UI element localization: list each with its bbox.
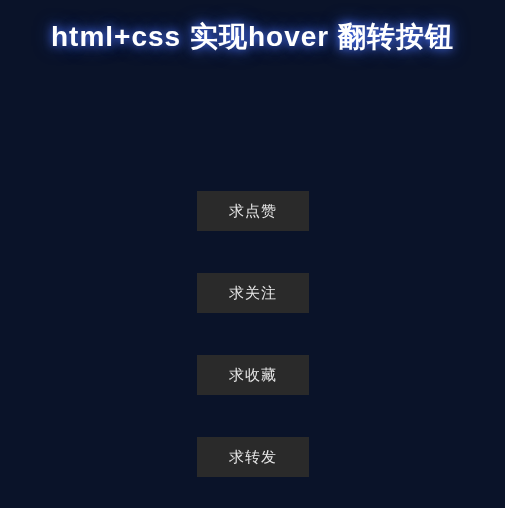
page-title: html+css 实现hover 翻转按钮 [0,0,505,56]
follow-button[interactable]: 求关注 [197,273,309,313]
share-button[interactable]: 求转发 [197,437,309,477]
button-container: 求点赞 求关注 求收藏 求转发 [0,191,505,477]
like-button[interactable]: 求点赞 [197,191,309,231]
favorite-button[interactable]: 求收藏 [197,355,309,395]
